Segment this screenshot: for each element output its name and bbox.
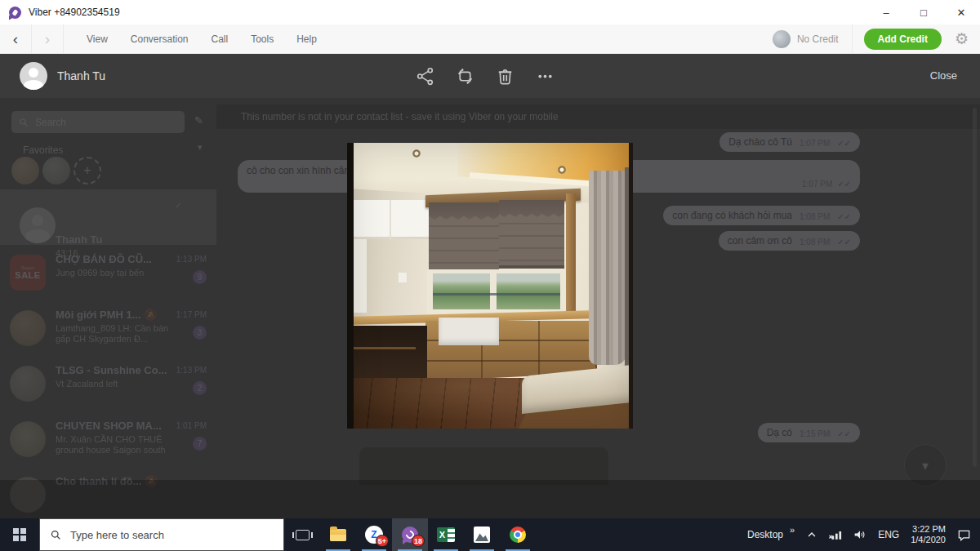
photo-preview[interactable]	[347, 143, 633, 429]
viewer-backdrop: Search ✎ Favorites ▾ + Thanh Tu 43:16 ✓	[0, 98, 980, 518]
volume-icon[interactable]	[853, 529, 866, 540]
check-icon: ✓	[176, 201, 182, 210]
photo-vignette	[347, 143, 633, 429]
chat-scrollbar	[973, 108, 977, 467]
start-button[interactable]	[0, 518, 39, 551]
unread-badge: 7	[193, 437, 207, 451]
taskbar-app-chrome[interactable]	[500, 518, 536, 551]
task-view-icon	[296, 530, 310, 540]
clock[interactable]: 3:22 PM 1/4/2020	[911, 524, 946, 545]
excel-icon: X	[437, 527, 455, 542]
taskbar-app-zalo[interactable]: Z 5+	[356, 518, 392, 551]
more-icon[interactable]	[535, 66, 555, 87]
chat-item-moi-gioi-pmh: Môi giới PMH 1... 🔕 Lamthang_809 LH: Cần…	[0, 300, 216, 356]
window-title: Viber +84902354519	[29, 7, 120, 18]
taskbar-app-photos[interactable]	[464, 518, 500, 551]
language-indicator[interactable]: ENG	[878, 529, 899, 540]
close-window-button[interactable]: ✕	[942, 0, 980, 24]
viber-window: Viber +84902354519 – □ ✕ ‹ › View Conver…	[0, 0, 980, 551]
tray-time: 3:22 PM	[911, 524, 946, 535]
back-button[interactable]: ‹	[0, 25, 31, 53]
taskbar-search-input[interactable]: Type here to search	[39, 518, 284, 551]
message-bubble: con đang có khách hỏi mua 1:08 PM ✓✓	[663, 206, 860, 225]
menu-view[interactable]: View	[75, 24, 119, 54]
unread-badge: 3	[193, 326, 207, 340]
toolbar-overflow-icon[interactable]: »	[790, 525, 795, 535]
desktop-toolbar-label[interactable]: Desktop	[747, 529, 783, 540]
double-check-icon: ✓✓	[837, 238, 851, 247]
double-check-icon: ✓✓	[837, 212, 851, 221]
chat-item-chuyen-shop: CHUYEN SHOP MA... Mr. Xuân CẦN CHO THUÊ …	[0, 411, 216, 467]
tray-date: 1/4/2020	[911, 535, 946, 545]
share-icon[interactable]	[415, 66, 435, 87]
menu-tools[interactable]: Tools	[239, 24, 285, 54]
message-bubble: con cảm ơn cô 1:08 PM ✓✓	[719, 231, 860, 251]
taskbar-app-viber[interactable]: 18	[392, 518, 428, 551]
chat-item-thanh-tu: Thanh Tu 43:16 ✓	[0, 189, 216, 245]
file-explorer-icon	[330, 529, 346, 541]
taskbar-app-excel[interactable]: X	[428, 518, 464, 551]
chrome-icon	[510, 527, 526, 543]
windows-taskbar: Type here to search Z 5+ 18 X	[0, 518, 980, 551]
search-icon	[19, 118, 29, 127]
title-bar: Viber +84902354519 – □ ✕	[0, 0, 980, 24]
viber-logo-icon	[9, 7, 21, 19]
menu-items: View Conversation Call Tools Help	[75, 24, 328, 54]
taskbar-app-file-explorer[interactable]	[320, 518, 356, 551]
contact-avatar	[20, 62, 47, 90]
favorites-label: Favorites	[23, 144, 63, 156]
double-check-icon: ✓✓	[837, 139, 851, 148]
add-credit-button[interactable]: Add Credit	[864, 29, 942, 50]
task-view-button[interactable]	[284, 518, 320, 551]
taskbar-search-placeholder: Type here to search	[70, 529, 164, 541]
action-center-icon[interactable]	[957, 529, 971, 541]
search-icon	[50, 529, 62, 541]
unread-badge: 2	[193, 381, 207, 395]
contact-notice-banner: This number is not in your contact list …	[216, 104, 980, 129]
contact-name: Thanh Tu	[57, 69, 105, 82]
double-check-icon: ✓✓	[837, 429, 851, 438]
add-favorite-button: +	[74, 157, 101, 184]
double-check-icon: ✓✓	[837, 180, 851, 189]
notification-badge: 5+	[376, 535, 389, 547]
system-tray: Desktop » ENG 3:22 PM 1/4/2020	[742, 518, 980, 551]
message-bubble: Dạ có 1:15 PM ✓✓	[758, 423, 860, 442]
menu-conversation[interactable]: Conversation	[119, 24, 200, 54]
maximize-button[interactable]: □	[905, 0, 942, 24]
hidden-icons-chevron-icon[interactable]	[806, 529, 817, 540]
avatar	[10, 421, 46, 457]
avatar	[20, 207, 56, 243]
notification-badge: 18	[412, 535, 425, 547]
chat-list: Thanh Tu 43:16 ✓ SuperSALE CHỢ BÁN ĐỒ CŨ…	[0, 189, 216, 518]
divider	[852, 24, 853, 54]
chevron-down-icon: ▾	[198, 142, 203, 153]
rotate-icon[interactable]	[455, 66, 475, 87]
window-controls: – □ ✕	[867, 0, 980, 24]
avatar: SuperSALE	[10, 255, 46, 291]
viewer-footer-band	[0, 480, 980, 518]
search-placeholder: Search	[35, 117, 66, 128]
unread-badge: 9	[193, 270, 207, 284]
close-viewer-button[interactable]: Close	[930, 54, 957, 98]
no-credit-label[interactable]: No Credit	[797, 33, 839, 45]
chat-item-tlsg-sunshine: TLSG - Sunshine Co... Vt Zacaland left 1…	[0, 356, 216, 411]
favorite-avatar	[42, 157, 70, 184]
network-icon[interactable]	[829, 529, 842, 540]
compose-icon: ✎	[194, 114, 203, 127]
chat-item-cho-ban-do-cu: SuperSALE CHỢ BÁN ĐỒ CŨ... Jung 0969 bay…	[0, 245, 216, 300]
menu-call[interactable]: Call	[200, 24, 240, 54]
avatar	[10, 366, 46, 402]
credit-avatar	[773, 30, 791, 48]
minimize-button[interactable]: –	[867, 0, 905, 24]
divider	[63, 24, 64, 54]
search-input: Search	[11, 111, 185, 133]
windows-logo-icon	[13, 528, 26, 541]
forward-button[interactable]: ›	[32, 25, 63, 53]
trash-icon[interactable]	[495, 66, 515, 87]
photo-viewer-header: Thanh Tu Close	[0, 54, 980, 98]
gear-icon[interactable]: ⚙	[951, 29, 980, 48]
avatar	[10, 310, 46, 346]
menu-help[interactable]: Help	[285, 24, 328, 54]
favorite-avatar	[11, 157, 39, 184]
message-bubble: Dạ chào cô Tú 1:07 PM ✓✓	[719, 132, 860, 152]
